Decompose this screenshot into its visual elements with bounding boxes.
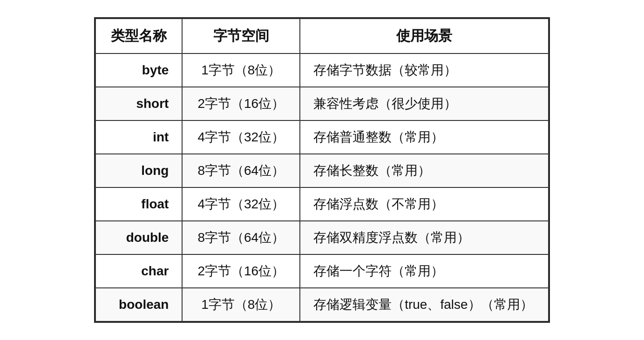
cell-byte-space: 4字节（32位） xyxy=(182,120,300,154)
table-row: byte1字节（8位）存储字节数据（较常用） xyxy=(95,53,548,87)
header-usage: 使用场景 xyxy=(300,19,548,53)
cell-usage: 兼容性考虑（很少使用） xyxy=(300,87,548,120)
cell-type-name: double xyxy=(95,221,182,254)
cell-type-name: short xyxy=(95,87,182,120)
table-row: char2字节（16位）存储一个字符（常用） xyxy=(95,254,548,288)
table-row: int4字节（32位）存储普通整数（常用） xyxy=(95,120,548,154)
cell-byte-space: 2字节（16位） xyxy=(182,87,300,120)
table-header-row: 类型名称 字节空间 使用场景 xyxy=(95,19,548,53)
cell-byte-space: 4字节（32位） xyxy=(182,187,300,221)
cell-type-name: float xyxy=(95,187,182,221)
cell-type-name: int xyxy=(95,120,182,154)
table-row: short2字节（16位）兼容性考虑（很少使用） xyxy=(95,87,548,120)
cell-type-name: char xyxy=(95,254,182,288)
data-types-table: 类型名称 字节空间 使用场景 byte1字节（8位）存储字节数据（较常用）sho… xyxy=(94,17,549,323)
cell-byte-space: 8字节（64位） xyxy=(182,221,300,254)
cell-usage: 存储普通整数（常用） xyxy=(300,120,548,154)
cell-byte-space: 8字节（64位） xyxy=(182,154,300,187)
cell-type-name: long xyxy=(95,154,182,187)
cell-usage: 存储浮点数（不常用） xyxy=(300,187,548,221)
table-row: boolean1字节（8位）存储逻辑变量（true、false）（常用） xyxy=(95,288,548,321)
table-row: float4字节（32位）存储浮点数（不常用） xyxy=(95,187,548,221)
cell-type-name: byte xyxy=(95,53,182,87)
table-row: double8字节（64位）存储双精度浮点数（常用） xyxy=(95,221,548,254)
cell-byte-space: 2字节（16位） xyxy=(182,254,300,288)
header-type-name: 类型名称 xyxy=(95,19,182,53)
cell-usage: 存储逻辑变量（true、false）（常用） xyxy=(300,288,548,321)
header-byte-space: 字节空间 xyxy=(182,19,300,53)
cell-type-name: boolean xyxy=(95,288,182,321)
cell-usage: 存储字节数据（较常用） xyxy=(300,53,548,87)
cell-usage: 存储一个字符（常用） xyxy=(300,254,548,288)
table-row: long8字节（64位）存储长整数（常用） xyxy=(95,154,548,187)
cell-byte-space: 1字节（8位） xyxy=(182,288,300,321)
cell-byte-space: 1字节（8位） xyxy=(182,53,300,87)
cell-usage: 存储长整数（常用） xyxy=(300,154,548,187)
cell-usage: 存储双精度浮点数（常用） xyxy=(300,221,548,254)
